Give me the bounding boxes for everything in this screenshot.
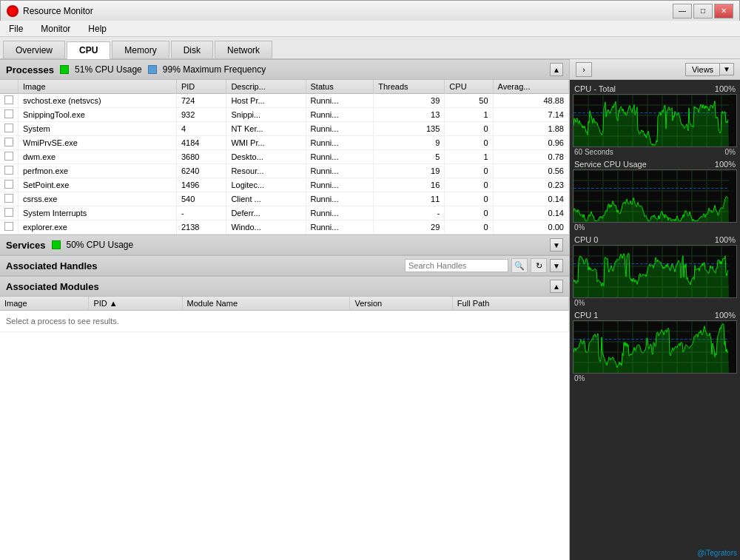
table-row[interactable]: explorer.exe 2138 Windo... Runni... 29 0… [0, 220, 569, 235]
row-cpu: 0 [445, 192, 493, 206]
graph-cpu0-box [573, 245, 737, 298]
handles-search-input[interactable] [405, 259, 508, 272]
col-status[interactable]: Status [306, 80, 374, 94]
views-label[interactable]: Views [685, 63, 720, 76]
mod-col-pid[interactable]: PID ▲ [89, 297, 182, 311]
table-row[interactable]: SetPoint.exe 1496 Logitec... Runni... 16… [0, 178, 569, 192]
processes-cpu-usage: 51% CPU Usage [75, 64, 142, 75]
table-row[interactable]: System Interrupts - Deferr... Runni... -… [0, 206, 569, 220]
tab-cpu[interactable]: CPU [67, 41, 110, 59]
col-threads[interactable]: Threads [374, 80, 445, 94]
row-pid: 6240 [176, 164, 226, 178]
processes-section: Processes 51% CPU Usage 99% Maximum Freq… [0, 59, 569, 235]
mod-col-module[interactable]: Module Name [182, 297, 350, 311]
modules-empty-msg: Select a process to see results. [0, 311, 569, 332]
mod-col-version[interactable]: Version [350, 297, 452, 311]
services-collapse-btn[interactable]: ▼ [550, 238, 563, 252]
row-image: WmiPrvSE.exe [18, 136, 177, 150]
menu-help[interactable]: Help [85, 22, 110, 36]
graph-cpu-total-footer-label: 60 Seconds [574, 148, 613, 156]
handles-header[interactable]: Associated Handles 🔍 ↻ ▼ [0, 255, 569, 276]
tab-memory[interactable]: Memory [112, 41, 169, 58]
modules-table: Image PID ▲ Module Name Version Full Pat… [0, 297, 569, 332]
row-cpu: 0 [445, 220, 493, 235]
row-avg: 0.14 [493, 206, 568, 220]
mod-col-image[interactable]: Image [0, 297, 89, 311]
table-row[interactable]: System 4 NT Ker... Runni... 135 0 1.88 [0, 122, 569, 136]
row-cpu: 0 [445, 122, 493, 136]
table-row[interactable]: perfmon.exe 6240 Resour... Runni... 19 0… [0, 164, 569, 178]
tab-network[interactable]: Network [215, 41, 272, 58]
row-avg: 0.14 [493, 192, 568, 206]
mod-col-path[interactable]: Full Path [452, 297, 568, 311]
table-row[interactable]: dwm.exe 3680 Deskto... Runni... 5 1 0.78 [0, 150, 569, 164]
row-desc: Deskto... [226, 150, 306, 164]
row-checkbox[interactable] [0, 164, 18, 178]
table-row[interactable]: WmiPrvSE.exe 4184 WMI Pr... Runni... 9 0… [0, 136, 569, 150]
col-image[interactable]: Image [18, 80, 177, 94]
graph-cpu1-footer-val: 0% [574, 374, 585, 382]
row-checkbox[interactable] [0, 94, 18, 108]
row-status: Runni... [306, 150, 374, 164]
row-status: Runni... [306, 206, 374, 220]
handles-refresh-btn[interactable]: ↻ [531, 258, 547, 273]
views-arrow[interactable]: ▼ [720, 63, 734, 75]
handles-collapse-btn[interactable]: ▼ [550, 259, 563, 272]
row-pid: 4 [176, 122, 226, 136]
graphs-container: CPU - Total 100% 60 Seconds 0% Service C… [570, 80, 740, 560]
table-row[interactable]: svchost.exe (netsvcs) 724 Host Pr... Run… [0, 94, 569, 108]
processes-max-freq: 99% Maximum Frequency [163, 64, 266, 75]
minimize-button[interactable]: — [673, 4, 692, 18]
maximize-button[interactable]: □ [693, 4, 713, 18]
row-status: Runni... [306, 220, 374, 235]
graph-cpu-total-label: CPU - Total [574, 84, 616, 93]
menu-monitor[interactable]: Monitor [38, 22, 73, 36]
row-image: csrss.exe [18, 192, 177, 206]
row-cpu: 1 [445, 150, 493, 164]
processes-collapse-btn[interactable]: ▲ [550, 63, 563, 76]
graph-cpu0-label: CPU 0 [574, 235, 598, 244]
row-checkbox[interactable] [0, 136, 18, 150]
table-row[interactable]: csrss.exe 540 Client ... Runni... 11 0 0… [0, 192, 569, 206]
tab-disk[interactable]: Disk [171, 41, 213, 58]
graph-cpu0-canvas [574, 246, 729, 297]
table-row[interactable]: SnippingTool.exe 932 Snippi... Runni... … [0, 108, 569, 122]
col-description[interactable]: Descrip... [226, 80, 306, 94]
left-panel: Processes 51% CPU Usage 99% Maximum Freq… [0, 59, 570, 560]
row-checkbox[interactable] [0, 192, 18, 206]
menu-bar: File Monitor Help [0, 21, 740, 37]
menu-file[interactable]: File [6, 22, 26, 36]
row-threads: 5 [374, 150, 445, 164]
modules-header-left: Associated Modules [6, 281, 99, 292]
row-checkbox[interactable] [0, 150, 18, 164]
row-checkbox[interactable] [0, 206, 18, 220]
col-cpu[interactable]: CPU [445, 80, 493, 94]
services-title: Services [6, 240, 46, 251]
modules-collapse-btn[interactable]: ▲ [550, 280, 563, 293]
main-content: Processes 51% CPU Usage 99% Maximum Freq… [0, 59, 740, 560]
close-button[interactable]: ✕ [714, 4, 733, 18]
services-header[interactable]: Services 50% CPU Usage ▼ [0, 235, 569, 255]
row-image: perfmon.exe [18, 164, 177, 178]
services-cpu-indicator [52, 240, 61, 249]
row-checkbox[interactable] [0, 220, 18, 235]
nav-prev-btn[interactable]: › [576, 62, 592, 77]
row-checkbox[interactable] [0, 178, 18, 192]
process-table-header: Image PID Descrip... Status Threads CPU … [0, 80, 569, 94]
row-desc: WMI Pr... [226, 136, 306, 150]
graph-cpu1-box [573, 320, 737, 374]
row-threads: 9 [374, 136, 445, 150]
row-checkbox[interactable] [0, 122, 18, 136]
graph-service-cpu-pct: 100% [715, 160, 736, 169]
handles-search-icon[interactable]: 🔍 [511, 258, 528, 273]
right-wrapper: › Views ▼ CPU - Total 100% 60 Seconds 0% [570, 59, 740, 560]
modules-title: Associated Modules [6, 281, 99, 292]
modules-header[interactable]: Associated Modules ▲ [0, 276, 569, 297]
col-average[interactable]: Averag... [493, 80, 568, 94]
graph-cpu1-pct: 100% [715, 311, 736, 320]
row-checkbox[interactable] [0, 108, 18, 122]
col-pid[interactable]: PID [176, 80, 226, 94]
processes-header[interactable]: Processes 51% CPU Usage 99% Maximum Freq… [0, 59, 569, 80]
row-threads: 29 [374, 220, 445, 235]
tab-overview[interactable]: Overview [3, 41, 65, 58]
